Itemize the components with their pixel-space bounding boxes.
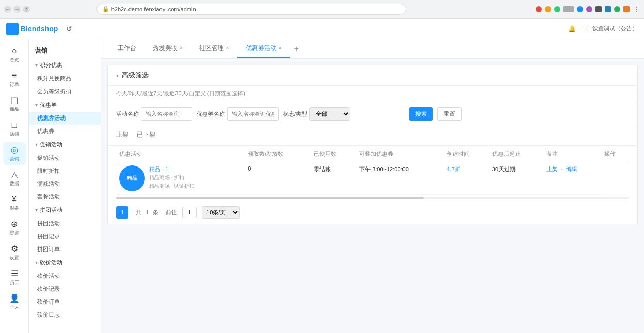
select-status[interactable]: 全部 <box>309 107 350 121</box>
field-activity-name: 活动名称 <box>116 107 192 121</box>
channel-icon: ⊕ <box>11 219 18 229</box>
action-shelf[interactable]: 上架 <box>546 166 558 172</box>
cell-discount: 4.7折 <box>444 162 489 195</box>
nav-item-coupon[interactable]: 优惠券 <box>29 125 101 138</box>
ext-icon-3 <box>586 6 592 12</box>
app-refresh-button[interactable]: ↺ <box>66 25 72 33</box>
ext-icon-1 <box>564 6 574 12</box>
sidebar: ○ 总览 ≡ 订单 ◫ 商品 □ 店铺 ◎ 营销 △ 数据 ¥ 财务 ⊕ 渠道 <box>0 39 29 333</box>
staff-icon: ☰ <box>11 269 18 278</box>
sidebar-item-goods[interactable]: ◫ 商品 <box>3 93 26 115</box>
nav-item-kj-dd[interactable]: 砍价订单 <box>29 295 101 308</box>
nav-item-mj[interactable]: 满减活动 <box>29 177 101 190</box>
personal-icon: 👤 <box>9 293 20 303</box>
sidebar-item-order[interactable]: ≡ 订单 <box>3 68 26 91</box>
nav-group-pintuan[interactable]: 拼团活动 <box>29 203 101 217</box>
cell-remark: 30天过期 <box>489 162 543 195</box>
sidebar-item-channel[interactable]: ⊕ 渠道 <box>3 217 26 239</box>
sidebar-item-overview[interactable]: ○ 总览 <box>3 43 26 66</box>
browser-action-3 <box>554 6 560 12</box>
page-btn-1[interactable]: 1 <box>116 206 128 219</box>
col-discount-range: 优惠后起止 <box>489 146 543 162</box>
setting-icon: ⚙ <box>11 244 18 254</box>
overview-icon: ○ <box>12 46 17 56</box>
input-activity-name[interactable] <box>141 107 192 121</box>
page-jump-input[interactable] <box>182 207 197 218</box>
more-button[interactable]: ⋮ <box>633 5 640 13</box>
nav-item-tc[interactable]: 套餐活动 <box>29 190 101 203</box>
product-sub2: 精品商场 · 认证折扣 <box>149 182 195 190</box>
nav-item-promo[interactable]: 促销活动 <box>29 152 101 164</box>
shop-icon: □ <box>12 121 17 130</box>
notification-icon[interactable]: 🔔 <box>568 25 576 33</box>
browser-controls: ← → ↺ <box>4 6 30 13</box>
order-icon: ≡ <box>12 71 17 80</box>
card-header: ▾ 高级筛选 <box>108 65 637 86</box>
cell-receive: 0 <box>245 162 311 195</box>
tab-sqgl[interactable]: 社区管理 × <box>191 40 237 58</box>
sidebar-item-data[interactable]: △ 数据 <box>3 167 26 190</box>
nav-item-kj-hd[interactable]: 砍价活动 <box>29 270 101 282</box>
col-stackable: 可叠加优惠券 <box>356 146 444 162</box>
reload-button[interactable]: ↺ <box>23 6 30 13</box>
sub-tab-shelf[interactable]: 上架 <box>116 130 128 141</box>
tab-xfmz[interactable]: 秀发美妆 × <box>144 40 191 58</box>
nav-group-jf[interactable]: 积分优惠 <box>29 58 101 72</box>
tab-add-button[interactable]: + <box>290 44 303 54</box>
input-coupon-name[interactable] <box>227 107 279 121</box>
main-card: ▾ 高级筛选 今天/昨天/最近7天/最近30天/自定义 (日期范围选择) 活动名… <box>107 65 638 224</box>
app-header: Blendshop ↺ 🔔 ⛶ 设置调试（公告） <box>0 19 644 39</box>
forward-button[interactable]: → <box>13 6 21 13</box>
nav-group-promo[interactable]: 促销活动 <box>29 138 101 152</box>
nav-item-xszk[interactable]: 限时折扣 <box>29 164 101 177</box>
cell-used: 零结账 <box>311 162 356 195</box>
nav-item-pt-dd[interactable]: 拼团订单 <box>29 243 101 256</box>
sidebar-item-setting[interactable]: ⚙ 设置 <box>3 241 26 264</box>
goods-icon: ◫ <box>10 95 18 105</box>
tab-close-yhqhd[interactable]: × <box>279 45 282 51</box>
sidebar-item-market[interactable]: ◎ 营销 <box>3 142 26 165</box>
nav-item-jfhd[interactable]: 积分兑换商品 <box>29 72 101 85</box>
col-actions: 操作 <box>601 146 629 162</box>
sidebar-item-staff[interactable]: ☰ 员工 <box>3 266 26 289</box>
page-total: 1 <box>146 209 149 215</box>
header-right: 🔔 ⛶ 设置调试（公告） <box>568 25 638 33</box>
sidebar-item-personal[interactable]: 👤 个人 <box>3 291 26 313</box>
content-area: ▾ 高级筛选 今天/昨天/最近7天/最近30天/自定义 (日期范围选择) 活动名… <box>101 59 644 333</box>
ext-icon-4 <box>595 6 602 12</box>
nav-item-pt-jl[interactable]: 拼团记录 <box>29 230 101 243</box>
field-status: 状态/类型 全部 <box>283 107 350 121</box>
tab-yhqhd[interactable]: 优惠券活动 × <box>237 40 290 58</box>
label-coupon-name: 优惠券名称 <box>197 110 225 118</box>
tab-close-sqgl[interactable]: × <box>226 45 229 51</box>
sub-tab-offshelf[interactable]: 已下架 <box>137 130 155 141</box>
col-receive: 领取数/发放数 <box>245 146 311 162</box>
product-name[interactable]: 精品 · 1 <box>149 165 195 173</box>
nav-item-kj-rz[interactable]: 砍价日志 <box>29 308 101 321</box>
back-button[interactable]: ← <box>4 6 11 13</box>
table-header-row: 优惠活动 领取数/发放数 已使用数 可叠加优惠券 创建时间 优惠后起止 备注 操… <box>116 146 629 162</box>
nav-section-title: 营销 <box>29 43 101 58</box>
page-size-select[interactable]: 10条/页 20条/页 50条/页 100条/页 <box>202 206 240 219</box>
search-button[interactable]: 搜索 <box>409 107 433 121</box>
nav-group-coupon[interactable]: 优惠券 <box>29 98 101 112</box>
reset-button[interactable]: 重置 <box>437 107 462 121</box>
tab-gzt[interactable]: 工作台 <box>109 40 144 58</box>
collapse-icon[interactable]: ▾ <box>116 73 119 78</box>
scrollbar-thumb <box>116 197 424 199</box>
tab-close-xfmz[interactable]: × <box>180 45 183 51</box>
nav-item-coupon-activity[interactable]: 优惠券活动 <box>29 112 101 125</box>
nav-item-djzk[interactable]: 会员等级折扣 <box>29 85 101 98</box>
cell-actions: 上架 · 编辑 <box>543 162 601 195</box>
nav-item-pt-hd[interactable]: 拼团活动 <box>29 217 101 230</box>
action-edit[interactable]: 编辑 <box>566 166 577 172</box>
card-title: 高级筛选 <box>122 71 149 80</box>
browser-chrome: ← → ↺ 🔒 b2b2c.demo.fenxiaoyi.com/admin ⋮ <box>0 0 644 19</box>
sidebar-item-shop[interactable]: □ 店铺 <box>3 118 26 140</box>
nav-item-kj-jl[interactable]: 砍价记录 <box>29 282 101 295</box>
address-bar[interactable]: 🔒 b2b2c.demo.fenxiaoyi.com/admin <box>96 4 406 15</box>
cell-time: 下午 3:00~12:00:00 <box>356 162 444 195</box>
nav-group-kanjia[interactable]: 砍价活动 <box>29 256 101 270</box>
sidebar-item-finance[interactable]: ¥ 财务 <box>3 192 26 214</box>
expand-icon[interactable]: ⛶ <box>580 25 588 33</box>
